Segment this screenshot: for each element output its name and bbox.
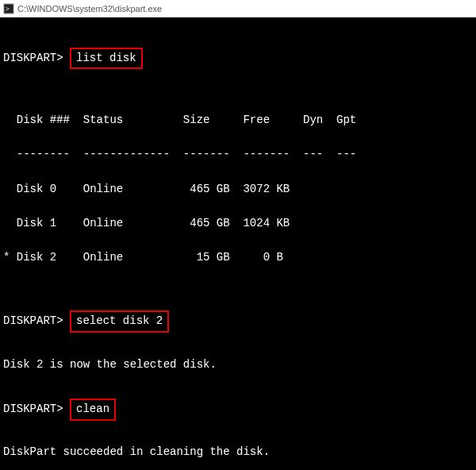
prompt-line-list-disk: DISKPART> list disk xyxy=(3,48,473,70)
table-row: Disk 0 Online 465 GB 3072 KB xyxy=(3,181,473,198)
window-title-bar: > C:\WINDOWS\system32\diskpart.exe xyxy=(0,0,476,17)
prompt-label: DISKPART> xyxy=(3,52,63,64)
window-title: C:\WINDOWS\system32\diskpart.exe xyxy=(17,4,162,13)
command-select-disk: select disk 2 xyxy=(70,310,169,333)
prompt-line-select-disk: DISKPART> select disk 2 xyxy=(3,310,473,333)
svg-text:>: > xyxy=(6,6,10,13)
command-list-disk: list disk xyxy=(70,48,143,70)
command-clean: clean xyxy=(70,399,116,421)
table-row: Disk 1 Online 465 GB 1024 KB xyxy=(3,215,473,233)
disk-table: Disk ### Status Size Free Dyn Gpt ------… xyxy=(3,94,473,284)
table-header: Disk ### Status Size Free Dyn Gpt xyxy=(3,112,473,129)
output-clean: DiskPart succeeded in cleaning the disk. xyxy=(3,444,473,461)
app-icon: > xyxy=(3,3,14,14)
terminal-output[interactable]: DISKPART> list disk Disk ### Status Size… xyxy=(0,17,476,470)
table-divider: -------- ------------- ------- ------- -… xyxy=(3,146,473,164)
table-row: * Disk 2 Online 15 GB 0 B xyxy=(3,249,473,267)
prompt-label: DISKPART> xyxy=(3,314,63,327)
prompt-label: DISKPART> xyxy=(3,403,63,415)
prompt-line-clean: DISKPART> clean xyxy=(3,399,473,421)
output-selected-disk: Disk 2 is now the selected disk. xyxy=(3,356,473,374)
